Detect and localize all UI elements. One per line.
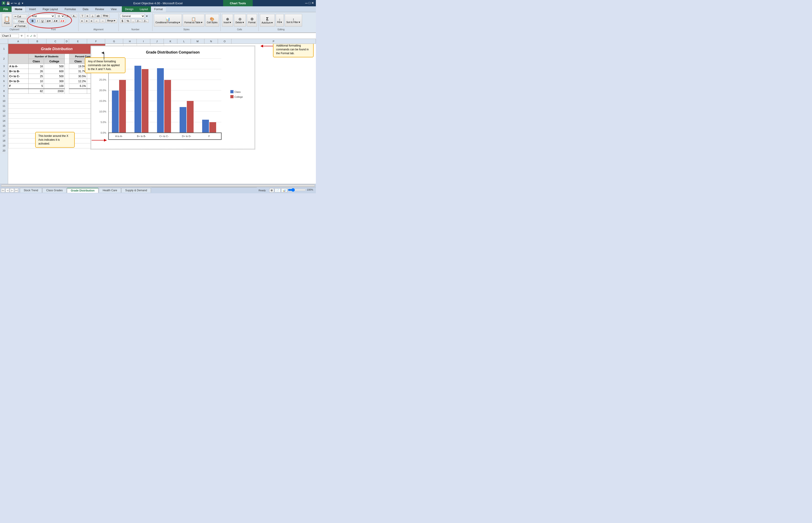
chart-tools-design-tab[interactable]: Design	[122, 6, 136, 12]
border-dropdown-btn[interactable]: ⊞▼	[45, 19, 52, 23]
tab-nav-next[interactable]: ▷	[10, 188, 14, 193]
increase-font-btn[interactable]: A↑	[65, 14, 71, 18]
copy-button[interactable]: 📄 Copy	[13, 19, 27, 23]
font-size-select[interactable]: 11	[56, 14, 65, 18]
alignment-group-label: Alignment	[80, 28, 116, 31]
autosum-btn[interactable]: Σ AutoSum▼	[260, 14, 275, 26]
tab-review[interactable]: Review	[92, 6, 107, 12]
tab-file[interactable]: File	[0, 6, 12, 12]
zoom-slider[interactable]	[288, 188, 306, 192]
tab-home[interactable]: Home	[12, 6, 26, 12]
tab-nav-prev[interactable]: ◁	[5, 188, 10, 193]
bar-college-4	[187, 101, 193, 133]
wrap-text-btn[interactable]: Wrap	[101, 14, 110, 18]
tab-supply-demand[interactable]: Supply & Demand	[121, 188, 151, 193]
align-center-btn[interactable]: ≡	[84, 19, 89, 23]
page-layout-view-btn[interactable]: 📄	[275, 188, 280, 193]
formula-input[interactable]	[39, 34, 315, 37]
increase-indent-btn[interactable]: →	[100, 19, 106, 23]
italic-button[interactable]: I	[36, 19, 39, 23]
fill-color-btn[interactable]: A▼	[53, 19, 59, 23]
number-format-dropdown-icon[interactable]: ▼	[146, 15, 148, 17]
tab-insert[interactable]: Insert	[26, 6, 39, 12]
tab-data[interactable]: Data	[79, 6, 92, 12]
row-header-15: 15	[0, 123, 8, 128]
legend-college-box	[230, 95, 233, 98]
tab-view[interactable]: View	[107, 6, 120, 12]
print-qa-btn[interactable]: 🖨	[18, 2, 21, 5]
sort-filter-btn[interactable]: ↕ Sort & Filter▼	[285, 14, 302, 26]
maximize-btn[interactable]: □	[309, 1, 310, 5]
number-format-select[interactable]: General	[120, 14, 145, 18]
tab-nav-first[interactable]: |◁	[1, 188, 5, 193]
insert-btn[interactable]: ⊕ Insert▼	[222, 14, 233, 26]
cut-button[interactable]: ✂ Cut	[13, 15, 27, 19]
cell-styles-btn[interactable]: 🎨 Cell Styles	[205, 14, 219, 26]
tab-health-care[interactable]: Health Care	[99, 188, 121, 193]
undo-qa-btn[interactable]: ↩	[11, 2, 13, 5]
font-color-btn[interactable]: A▼	[60, 19, 66, 23]
class-header-2: Class	[69, 59, 87, 64]
row-header-12: 12	[0, 108, 8, 113]
redo-qa-btn[interactable]: ↪	[14, 2, 17, 5]
bold-button[interactable]: B	[30, 19, 35, 23]
tab-class-grades[interactable]: Class Grades	[42, 188, 67, 193]
class-header-1: Class	[29, 59, 44, 64]
percent-btn[interactable]: %	[125, 19, 131, 23]
tab-grade-distribution[interactable]: Grade Distribution	[67, 188, 98, 193]
save-qa-btn[interactable]: 💾	[6, 2, 10, 5]
align-bottom-btn[interactable]: ⊥	[90, 14, 95, 18]
decrease-font-btn[interactable]: A↓	[72, 14, 77, 18]
minimize-btn[interactable]: ─	[305, 1, 307, 5]
decrease-indent-btn[interactable]: ←	[94, 19, 99, 23]
align-left-btn[interactable]: ≡	[80, 19, 84, 23]
format-painter-button[interactable]: 🖌 Format	[13, 24, 27, 28]
cancel-formula-btn[interactable]: ✕	[26, 34, 29, 38]
align-middle-btn[interactable]: ≡	[85, 14, 90, 18]
conditional-formatting-btn[interactable]: 📊 Conditional Formatting▼	[154, 14, 182, 26]
page-break-view-btn[interactable]: 📊	[281, 188, 287, 193]
align-right-btn[interactable]: ≡	[89, 19, 94, 23]
h-scroll-bar[interactable]	[1, 184, 315, 187]
format-as-table-btn[interactable]: 📋 Format as Table▼	[183, 14, 204, 26]
merge-center-btn[interactable]: Merge▼	[106, 19, 117, 23]
insert-function-btn[interactable]: fx	[34, 34, 36, 37]
fill-btn[interactable]: ↓ Fill▼	[276, 14, 284, 26]
increase-decimal-btn[interactable]: .0→	[136, 19, 142, 23]
close-btn[interactable]: ✕	[311, 1, 314, 5]
delete-btn[interactable]: ⊖ Delete▼	[234, 14, 246, 26]
align-top-btn[interactable]: ⊤	[80, 14, 85, 18]
num-students-header: Number of Students	[29, 54, 65, 59]
chart-tools-format-tab[interactable]: Format	[151, 6, 166, 12]
confirm-formula-btn[interactable]: ✓	[30, 34, 33, 38]
tab-stock-trend[interactable]: Stock Trend	[20, 188, 42, 193]
decrease-decimal-btn[interactable]: .0←	[143, 19, 149, 23]
svg-text:5.0%: 5.0%	[101, 121, 106, 124]
normal-view-btn[interactable]: ⊞	[269, 188, 274, 193]
paste-button[interactable]: 📋 Paste	[2, 14, 12, 26]
ribbon-content: 📋 Paste ✂ Cut 📄 Copy 🖌 Format Clipboard …	[0, 12, 316, 33]
alignment-group: ⊤ ≡ ⊥ ab Wrap ≡ ≡ ≡ ← → Merge▼ Alignment	[78, 13, 119, 31]
underline-button[interactable]: U	[40, 19, 45, 23]
chart-tools-layout-tab[interactable]: Layout	[136, 6, 151, 12]
row-header-2: 2	[0, 54, 8, 64]
text-direction-btn[interactable]: ab	[95, 14, 101, 18]
name-box-dropdown[interactable]: ▼	[20, 34, 23, 38]
comma-btn[interactable]: ,	[131, 19, 135, 23]
font-name-select[interactable]: Arial	[30, 14, 55, 18]
qa-dropdown-icon[interactable]: ▼	[21, 2, 24, 4]
svg-text:F: F	[208, 135, 210, 138]
row-header-9: 9	[0, 93, 8, 98]
svg-text:15.0%: 15.0%	[99, 100, 106, 102]
tab-page-layout[interactable]: Page Layout	[39, 6, 61, 12]
cell-reference-input[interactable]	[1, 34, 19, 38]
col-header-n: N	[204, 39, 218, 43]
number-group-label: Number	[120, 28, 150, 31]
tab-formulas[interactable]: Formulas	[61, 6, 79, 12]
format-btn-cells[interactable]: ⚙ Format	[247, 14, 257, 26]
editing-group-label: Editing	[261, 28, 301, 31]
currency-btn[interactable]: $	[120, 19, 125, 23]
tab-nav-last[interactable]: ▷|	[15, 188, 19, 193]
bar-class-4	[180, 107, 186, 133]
col-header-i: I	[137, 39, 150, 43]
